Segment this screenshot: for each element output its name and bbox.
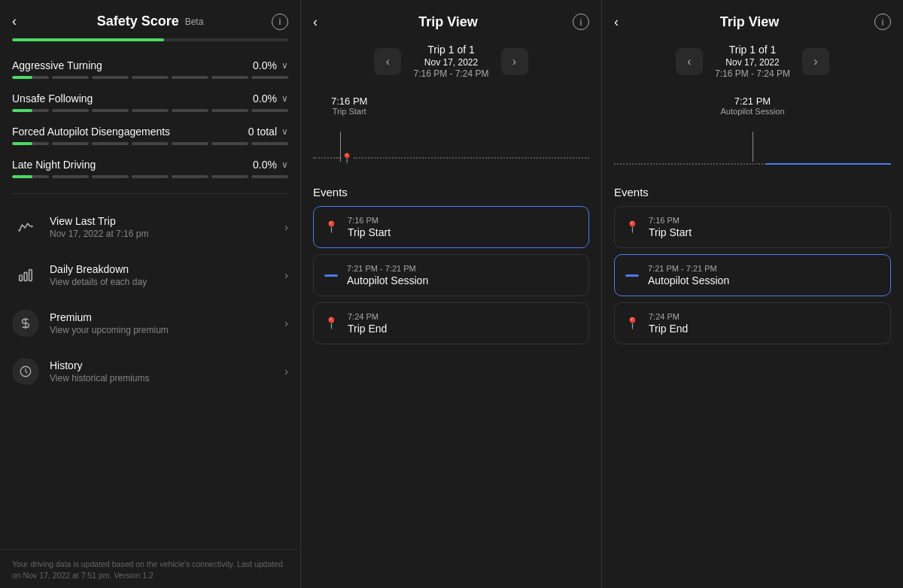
metric-value: 0.0% ∨ [253,159,288,171]
beta-badge: Beta [185,17,204,27]
right-timeline-track [614,163,891,165]
right-trip-time: 7:16 PM - 7:24 PM [715,68,790,79]
svg-rect-4 [29,270,32,281]
right-timeline: 7:21 PM Autopilot Session [602,88,903,178]
mid-panel: ‹ Trip View i ‹ Trip 1 of 1 Nov 17, 2022… [301,0,602,588]
pin-icon: 📍 [324,220,339,234]
mid-event-trip-start[interactable]: 📍 7:16 PM Trip Start [313,206,589,248]
svg-point-1 [31,226,33,228]
right-panel-title: Trip View [625,14,874,30]
svg-point-0 [18,229,20,232]
right-timeline-vert-line [752,132,753,162]
metric-value: 0.0% ∨ [253,59,288,71]
metric-name: Aggressive Turning [12,59,102,71]
right-next-trip-button[interactable]: › [802,48,829,75]
dollar-icon [12,310,39,337]
metric-name: Late Night Driving [12,159,96,171]
right-event-trip-start[interactable]: 📍 7:16 PM Trip Start [614,206,891,248]
mid-panel-title: Trip View [324,14,573,30]
autopilot-dash-icon [625,274,639,277]
right-prev-trip-button[interactable]: ‹ [676,48,703,75]
footer-text: Your driving data is updated based on th… [0,549,300,589]
mid-event-trip-end[interactable]: 📍 7:24 PM Trip End [313,302,589,344]
mid-event-autopilot-info: 7:21 PM - 7:21 PM Autopilot Session [347,264,428,286]
mid-trip-header: ‹ Trip View i [301,0,601,38]
mid-events-section: Events 📍 7:16 PM Trip Start 7:21 PM - 7:… [301,178,601,588]
mid-timeline: 7:16 PM Trip Start 📍 [301,88,601,178]
mid-trip-time: 7:16 PM - 7:24 PM [413,68,488,79]
left-back-button[interactable]: ‹ [12,14,17,29]
nav-text-daily-breakdown: Daily Breakdown View details of each day [50,263,274,287]
clock-icon [12,358,39,385]
mid-events-label: Events [313,186,589,199]
right-trip-count: Trip 1 of 1 [715,44,790,56]
nav-text-premium: Premium View your upcoming premium [50,311,274,335]
pin-icon: 📍 [625,220,640,234]
right-panel: ‹ Trip View i ‹ Trip 1 of 1 Nov 17, 2022… [602,0,903,588]
right-trip-info: Trip 1 of 1 Nov 17, 2022 7:16 PM - 7:24 … [715,44,790,79]
right-back-button[interactable]: ‹ [614,14,619,30]
nav-subtitle: View your upcoming premium [50,325,274,335]
metric-name: Forced Autopilot Disengagements [12,126,170,138]
nav-subtitle: View historical premiums [50,373,274,383]
right-trip-date: Nov 17, 2022 [715,57,790,68]
mid-prev-trip-button[interactable]: ‹ [374,48,401,75]
nav-list: View Last Trip Nov 17, 2022 at 7:16 pm ›… [0,203,300,549]
nav-title: View Last Trip [50,215,274,227]
metric-late-night-driving[interactable]: Late Night Driving 0.0% ∨ [0,151,300,184]
metric-name: Unsafe Following [12,92,93,105]
left-panel: ‹ Safety Score Beta i Aggressive Turning… [0,0,301,588]
mid-timeline-label-start: 7:16 PM Trip Start [331,95,367,116]
nav-subtitle: View details of each day [50,277,274,287]
right-event-start-info: 7:16 PM Trip Start [649,216,692,238]
right-trip-header: ‹ Trip View i [602,0,903,38]
nav-item-history[interactable]: History View historical premiums › [0,347,300,396]
nav-item-last-trip[interactable]: View Last Trip Nov 17, 2022 at 7:16 pm › [0,203,300,251]
nav-item-premium[interactable]: Premium View your upcoming premium › [0,299,300,347]
right-info-button[interactable]: i [874,14,891,30]
mid-next-trip-button[interactable]: › [501,48,528,75]
right-event-trip-end[interactable]: 📍 7:24 PM Trip End [614,302,891,344]
divider [12,193,288,194]
mid-event-end-info: 7:24 PM Trip End [348,312,387,335]
right-trip-nav: ‹ Trip 1 of 1 Nov 17, 2022 7:16 PM - 7:2… [602,38,903,82]
score-section [0,35,300,52]
mid-event-start-info: 7:16 PM Trip Start [348,216,391,238]
metric-bar-row [12,76,288,79]
mid-back-button[interactable]: ‹ [313,14,318,30]
mid-trip-info: Trip 1 of 1 Nov 17, 2022 7:16 PM - 7:24 … [413,44,488,79]
nav-subtitle: Nov 17, 2022 at 7:16 pm [50,229,274,239]
nav-item-daily-breakdown[interactable]: Daily Breakdown View details of each day… [0,251,300,299]
metric-bar-row [12,175,288,178]
mid-info-button[interactable]: i [573,14,589,30]
chevron-right-icon: › [284,269,288,281]
right-timeline-label-autopilot: 7:21 PM Autopilot Session [721,95,785,116]
chevron-right-icon: › [284,317,288,329]
autopilot-dash-icon [324,274,338,277]
left-info-button[interactable]: i [272,14,288,30]
top-score-bar [12,38,288,41]
mid-trip-nav: ‹ Trip 1 of 1 Nov 17, 2022 7:16 PM - 7:2… [301,38,601,82]
nav-text-last-trip: View Last Trip Nov 17, 2022 at 7:16 pm [50,215,274,239]
mid-timeline-track: 📍 [313,151,589,165]
right-event-autopilot[interactable]: 7:21 PM - 7:21 PM Autopilot Session [614,254,891,296]
metric-bar-row [12,142,288,145]
svg-rect-2 [20,275,23,280]
nav-title: Daily Breakdown [50,263,274,275]
chevron-right-icon: › [284,365,288,377]
metric-forced-autopilot[interactable]: Forced Autopilot Disengagements 0 total … [0,118,300,151]
right-events-label: Events [614,186,891,199]
pin-icon: 📍 [324,317,339,330]
chevron-right-icon: › [284,221,288,233]
nav-title: History [50,359,274,371]
left-panel-header: ‹ Safety Score Beta i [0,0,300,35]
pin-icon: 📍 [340,151,354,165]
metric-value: 0.0% ∨ [253,92,288,105]
mid-event-autopilot[interactable]: 7:21 PM - 7:21 PM Autopilot Session [313,254,589,296]
metrics-list: Aggressive Turning 0.0% ∨ Unsafe Followi… [0,52,300,184]
nav-text-history: History View historical premiums [50,359,274,383]
nav-title: Premium [50,311,274,323]
right-events-section: Events 📍 7:16 PM Trip Start 7:21 PM - 7:… [602,178,903,588]
metric-aggressive-turning[interactable]: Aggressive Turning 0.0% ∨ [0,52,300,85]
metric-unsafe-following[interactable]: Unsafe Following 0.0% ∨ [0,85,300,118]
